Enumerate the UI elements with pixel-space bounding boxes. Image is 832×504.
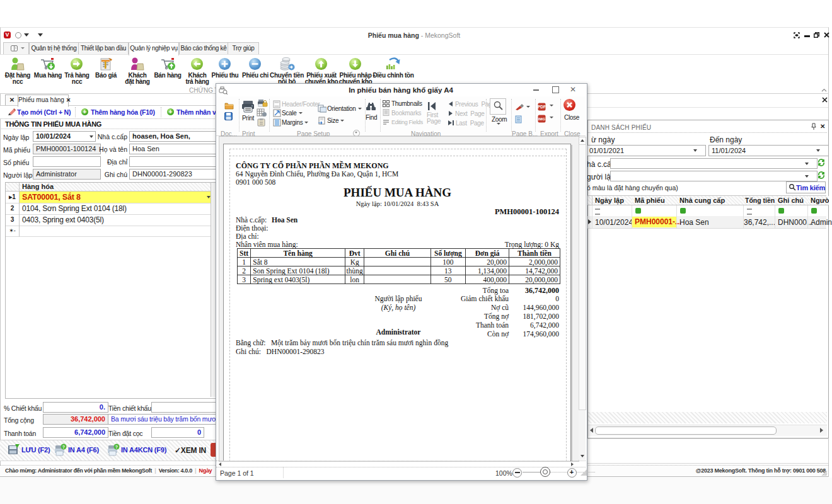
svg-text:PDF: PDF xyxy=(538,105,546,109)
svg-text:?: ? xyxy=(62,445,65,449)
svg-text:IMG: IMG xyxy=(538,117,546,121)
svg-text:?: ? xyxy=(115,445,118,449)
